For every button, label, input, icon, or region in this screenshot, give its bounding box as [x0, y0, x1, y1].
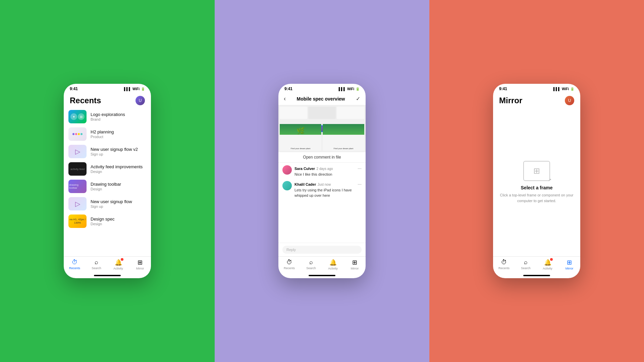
- avatar-khalil: [282, 181, 292, 190]
- panel-coral: 9:41 ▌▌▌ WiFi 🔋 Mirror U ⊞ ↗ Select a fr…: [429, 0, 644, 362]
- avatar-3[interactable]: U: [565, 96, 574, 105]
- mirror-icon-2: ⊞: [352, 259, 357, 266]
- comment-text-khalil: Lets try using the iPad icons I have whi…: [294, 188, 362, 198]
- check-button[interactable]: ✓: [356, 96, 360, 102]
- list-item[interactable]: ▷ New user signup flow Sign up: [68, 195, 146, 213]
- nav-mirror-2[interactable]: ⊞ Mirror: [344, 259, 366, 270]
- comment-name-sara: Sara Culver: [294, 167, 315, 171]
- list-item[interactable]: drawing toolbar Drawing toolbar Design: [68, 178, 146, 195]
- nav-search[interactable]: ⌕ Search: [86, 259, 107, 270]
- search-icon-3: ⌕: [524, 259, 528, 266]
- nav-label-search-3: Search: [521, 266, 531, 270]
- plant-icon: 🌿: [297, 127, 305, 135]
- mirror-content: ⊞ ↗ Select a frame Click a top-level fra…: [493, 108, 580, 256]
- nav-label-recents-2: Recents: [284, 266, 295, 270]
- list-item[interactable]: ▷ New user signup flow v2 Sign up: [68, 143, 146, 160]
- bottom-nav-3: ⏱ Recents ⌕ Search 🔔 Activity ⊞ Mirror: [493, 256, 580, 274]
- avatar-sara: [282, 165, 292, 175]
- recent-info: Design spec Design: [91, 217, 115, 226]
- thumb-icon-2: ⊞: [78, 113, 85, 120]
- nav-label-activity-3: Activity: [543, 267, 552, 270]
- plant-card-left: 🌿 Find your dream plant: [280, 124, 321, 151]
- recent-sub: Design: [91, 222, 115, 226]
- avatar-1[interactable]: U: [136, 96, 145, 105]
- list-item[interactable]: H2 planning Product: [68, 125, 146, 143]
- wifi-icon-3: WiFi: [562, 87, 569, 91]
- nav-mirror[interactable]: ⊞ Mirror: [129, 259, 151, 270]
- open-comment-button[interactable]: Open comment in file: [278, 152, 366, 163]
- recents-icon: ⏱: [72, 259, 78, 266]
- nav-recents[interactable]: ⏱ Recents: [64, 259, 86, 270]
- comment-author-time: Sara Culver 2 days ago: [294, 165, 333, 171]
- comments-list: Sara Culver 2 days ago ··· Nice I like t…: [278, 163, 366, 243]
- nav-recents-3[interactable]: ⏱ Recents: [493, 259, 515, 270]
- panel-purple: 9:41 ▌▌▌ WiFi 🔋 ‹ Mobile spec overview ✓: [215, 0, 429, 362]
- nav-activity-2[interactable]: 🔔 Activity: [322, 259, 344, 270]
- wifi-icon: WiFi: [347, 87, 354, 91]
- nav-recents-2[interactable]: ⏱ Recents: [278, 259, 300, 270]
- frame-cross-icon: ⊞: [533, 166, 540, 176]
- recent-info: New user signup flow v2 Sign up: [91, 147, 138, 156]
- search-icon-2: ⌕: [309, 259, 313, 266]
- nav-activity[interactable]: 🔔 Activity: [107, 259, 129, 270]
- comment-time-khalil: Just now: [318, 183, 331, 186]
- thumb-logo-explorations: ✦ ⊞: [68, 110, 87, 123]
- plant-card-right: Find your dream plant: [323, 124, 364, 151]
- activity-icon-2: 🔔: [329, 259, 337, 266]
- comment-author-time-khalil: Khalil Cader Just now: [294, 181, 331, 187]
- recent-name: New user signup flow v2: [91, 147, 138, 152]
- recent-info: Drawing toolbar Design: [91, 182, 121, 191]
- recents-list[interactable]: ✦ ⊞ Logo explorations Brand H2 planning: [64, 108, 151, 256]
- nav-search-2[interactable]: ⌕ Search: [300, 259, 322, 270]
- status-time-3: 9:41: [499, 86, 507, 91]
- select-frame-label: Select a frame: [521, 185, 553, 190]
- comment-text-sara: Nice I like this direction: [294, 172, 362, 177]
- activity-badge-3: [550, 258, 553, 261]
- recent-name: Drawing toolbar: [91, 182, 121, 187]
- more-options-khalil[interactable]: ···: [358, 181, 362, 187]
- mirror-header: Mirror U: [493, 93, 580, 108]
- wifi-icon: WiFi: [132, 87, 140, 91]
- recent-sub: Brand: [91, 117, 125, 121]
- signal-icon: ▌▌▌: [124, 87, 131, 91]
- battery-icon: 🔋: [356, 87, 360, 91]
- thumb-designspec: na H1, 42px / 130%: [68, 215, 87, 228]
- nav-label-recents: Recents: [69, 266, 80, 270]
- nav-mirror-3[interactable]: ⊞ Mirror: [558, 259, 580, 270]
- mirror-frame-icon: ⊞ ↗: [523, 161, 550, 181]
- list-item[interactable]: ✦ ⊞ Logo explorations Brand: [68, 108, 146, 125]
- status-bar-1: 9:41 ▌▌▌ WiFi 🔋: [64, 84, 151, 93]
- preview-area: 🌿 Find your dream plant Find your dream …: [278, 105, 366, 152]
- bottom-nav-2: ⏱ Recents ⌕ Search 🔔 Activity ⊞ Mirror: [278, 256, 366, 274]
- preview-frame-3: [337, 107, 364, 119]
- recent-info: H2 planning Product: [91, 129, 114, 139]
- mirror-icon: ⊞: [138, 259, 143, 266]
- list-item[interactable]: na H1, 42px / 130% Design spec Design: [68, 213, 146, 230]
- nav-label-activity: Activity: [113, 267, 123, 270]
- preview-frame-2: [308, 107, 336, 119]
- more-options-sara[interactable]: ···: [358, 166, 362, 171]
- reply-input[interactable]: Reply: [282, 246, 362, 254]
- status-bar-3: 9:41 ▌▌▌ WiFi 🔋: [493, 84, 580, 93]
- nav-activity-3[interactable]: 🔔 Activity: [537, 259, 558, 270]
- list-item[interactable]: activity feed Activity feed improvements…: [68, 160, 146, 178]
- comment-item-khalil: Khalil Cader Just now ··· Lets try using…: [282, 181, 362, 198]
- comment-header: ‹ Mobile spec overview ✓: [278, 93, 366, 105]
- recent-info: Logo explorations Brand: [91, 112, 125, 121]
- home-indicator-2: [309, 275, 335, 276]
- battery-icon-3: 🔋: [570, 87, 574, 91]
- recent-sub: Product: [91, 135, 114, 139]
- status-icons-3: ▌▌▌ WiFi 🔋: [553, 87, 574, 91]
- phone-mirror: 9:41 ▌▌▌ WiFi 🔋 Mirror U ⊞ ↗ Select a fr…: [493, 84, 580, 278]
- status-time-1: 9:41: [70, 86, 78, 91]
- nav-search-3[interactable]: ⌕ Search: [515, 259, 537, 270]
- select-frame-desc: Click a top-level frame or component on …: [500, 192, 574, 203]
- comment-body-sara: Sara Culver 2 days ago ··· Nice I like t…: [294, 165, 362, 177]
- comment-meta-khalil: Khalil Cader Just now ···: [294, 181, 362, 187]
- recent-name: New user signup flow: [91, 199, 132, 204]
- status-icons-1: ▌▌▌ WiFi 🔋: [124, 87, 145, 91]
- cursor-icon: ↗: [548, 178, 551, 182]
- recent-name: Logo explorations: [91, 112, 125, 117]
- recents-header: Recents U: [64, 93, 151, 108]
- recent-name: Design spec: [91, 217, 115, 222]
